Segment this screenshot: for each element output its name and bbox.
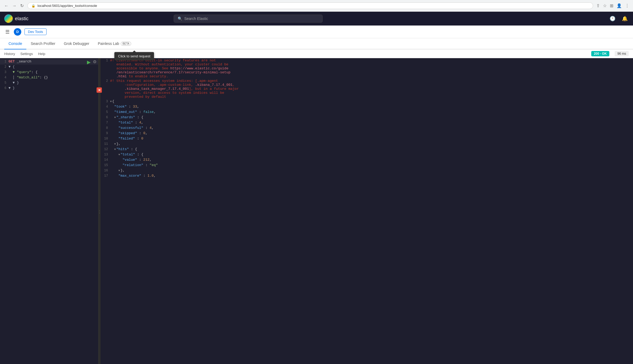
editor-line-3: 3 ▼ "query": { xyxy=(0,70,98,75)
share-button[interactable]: ⇧ xyxy=(596,3,600,9)
tab-painless-lab-label: Painless Lab xyxy=(98,41,119,46)
profile-button[interactable]: 👤 xyxy=(616,3,622,9)
forward-button[interactable]: → xyxy=(11,3,18,9)
elastic-logo-text: elastic xyxy=(15,16,28,22)
extensions-button[interactable]: ⊞ xyxy=(609,3,614,9)
tabs-bar: Console Search Profiler Grok Debugger Pa… xyxy=(0,38,633,49)
response-line-1: 1 #! Elasticsearch built-in security fea… xyxy=(101,58,633,79)
lock-icon: 🔒 xyxy=(31,4,35,8)
tab-search-profiler[interactable]: Search Profiler xyxy=(26,38,60,49)
browser-nav: ← → ↻ xyxy=(3,3,25,9)
response-line-6: 6 ▼"_shards" : { xyxy=(101,115,633,120)
tab-console[interactable]: Console xyxy=(4,38,26,49)
help-button[interactable]: Help xyxy=(38,51,45,56)
help-icon-button[interactable]: 🕐 xyxy=(609,15,617,23)
response-line-2: 2 #! this request accesses system indice… xyxy=(101,79,633,99)
tab-search-profiler-label: Search Profiler xyxy=(31,41,55,46)
history-button[interactable]: History xyxy=(4,51,15,56)
response-line-4: 4 "took" : 33, xyxy=(101,104,633,110)
time-badge: 96 ms xyxy=(615,51,629,56)
response-line-13: 13 ▼"total" : { xyxy=(101,152,633,158)
address-bar[interactable]: 🔒 localhost:5601/app/dev_tools#/console xyxy=(27,2,593,9)
beta-badge: BETA xyxy=(121,42,131,46)
bookmark-button[interactable]: ☆ xyxy=(602,3,607,9)
main-content: 1 GET _search ▶ ⚙ 2 ▼ { 3 ▼ "query": { 4… xyxy=(0,58,633,364)
response-line-14: 14 "value" : 212, xyxy=(101,158,633,163)
response-line-12: 12 ▼"hits" : { xyxy=(101,147,633,152)
editor-line-6: 6 ▼ } xyxy=(0,86,98,91)
response-line-10: 10 "failed" : 0 xyxy=(101,136,633,142)
secondary-nav: ☰ D Dev Tools xyxy=(0,26,633,38)
tab-console-label: Console xyxy=(9,41,22,46)
editor-line-5: 5 ▼ } xyxy=(0,81,98,86)
send-request-tooltip: Click to send request xyxy=(114,52,154,60)
error-close-button[interactable]: ✕ xyxy=(97,87,102,93)
browser-actions: ⇧ ☆ ⊞ 👤 ⋮ xyxy=(596,3,630,9)
response-line-3: 3 ▼{ xyxy=(101,99,633,104)
editor-tools-button[interactable]: ⚙ xyxy=(93,59,97,64)
action-bar: History Settings Help 200 - OK 96 ms xyxy=(0,49,633,58)
run-button[interactable]: ▶ xyxy=(87,59,91,65)
tab-grok-debugger-label: Grok Debugger xyxy=(64,41,89,46)
editor-content[interactable]: 1 GET _search ▶ ⚙ 2 ▼ { 3 ▼ "query": { 4… xyxy=(0,58,98,364)
refresh-button[interactable]: ↻ xyxy=(19,3,25,9)
kibana-top-nav: elastic 🔍 Search Elastic 🕐 🔔 xyxy=(0,12,633,26)
dev-tools-button[interactable]: Dev Tools xyxy=(24,28,47,35)
url-text: localhost:5601/app/dev_tools#/console xyxy=(38,4,97,8)
search-icon: 🔍 xyxy=(178,16,182,21)
response-line-11: 11 ▼}, xyxy=(101,142,633,147)
elastic-logo-icon xyxy=(4,14,13,23)
search-placeholder: Search Elastic xyxy=(184,16,208,21)
hamburger-button[interactable]: ☰ xyxy=(4,28,11,36)
editor-panel: 1 GET _search ▶ ⚙ 2 ▼ { 3 ▼ "query": { 4… xyxy=(0,58,98,364)
settings-button[interactable]: Settings xyxy=(20,51,33,56)
tab-grok-debugger[interactable]: Grok Debugger xyxy=(60,38,94,49)
response-line-7: 7 "total" : 4, xyxy=(101,120,633,126)
editor-line-2: 2 ▼ { xyxy=(0,65,98,70)
browser-bar: ← → ↻ 🔒 localhost:5601/app/dev_tools#/co… xyxy=(0,0,633,12)
response-line-8: 8 "successful" : 4, xyxy=(101,126,633,131)
back-button[interactable]: ← xyxy=(3,3,10,9)
response-line-9: 9 "skipped" : 0, xyxy=(101,131,633,136)
response-line-5: 5 "timed_out" : false, xyxy=(101,110,633,115)
elastic-logo[interactable]: elastic xyxy=(4,14,28,23)
panel-resizer[interactable]: ⋮ xyxy=(98,58,101,364)
editor-line-4: 4 │ "match_all": {} xyxy=(0,75,98,81)
status-badge: 200 - OK xyxy=(591,51,610,56)
response-line-15: 15 "relation" : "eq" xyxy=(101,163,633,168)
tab-painless-lab[interactable]: Painless Lab BETA xyxy=(94,38,136,49)
response-line-17: 17 "max_score" : 1.0, xyxy=(101,173,633,179)
response-panel: 1 #! Elasticsearch built-in security fea… xyxy=(101,58,633,364)
editor-line-1: 1 GET _search ▶ ⚙ xyxy=(0,59,98,65)
kibana-nav-actions: 🕐 🔔 xyxy=(609,15,629,23)
notifications-button[interactable]: 🔔 xyxy=(621,15,629,23)
response-line-16: 16 ▼}, xyxy=(101,168,633,173)
kibana-search-bar[interactable]: 🔍 Search Elastic xyxy=(174,15,323,23)
user-avatar: D xyxy=(14,28,21,36)
menu-button[interactable]: ⋮ xyxy=(624,3,630,9)
